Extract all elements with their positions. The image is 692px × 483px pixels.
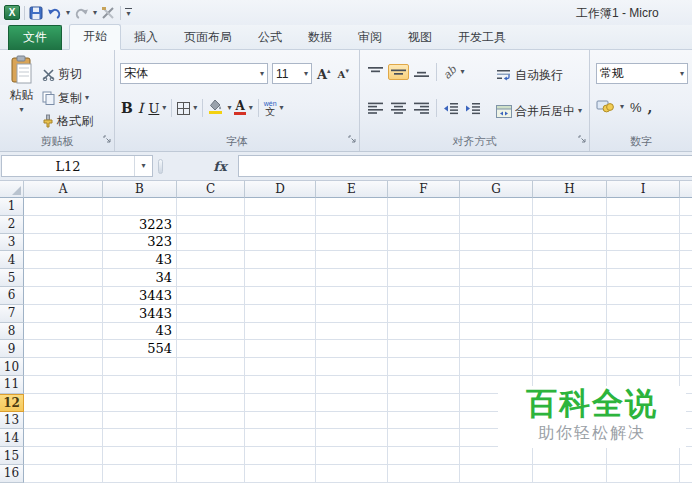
select-all-corner[interactable] [0, 181, 24, 198]
cell-H6[interactable] [533, 287, 607, 305]
cell-A11[interactable] [24, 376, 103, 394]
cell-I1[interactable] [607, 198, 680, 216]
cell-C13[interactable] [177, 412, 245, 430]
cell-B8[interactable]: 43 [103, 323, 177, 341]
cell-A9[interactable] [24, 340, 103, 358]
cell-E4[interactable] [316, 251, 388, 269]
cell-D16[interactable] [245, 465, 316, 483]
cut-button[interactable]: 剪切 [42, 64, 82, 84]
cell-F3[interactable] [388, 234, 460, 252]
row-header-14[interactable]: 14 [0, 429, 24, 447]
cell-G2[interactable] [460, 216, 533, 234]
cell-partial-8[interactable] [680, 323, 692, 341]
cell-E14[interactable] [316, 429, 388, 447]
cell-C3[interactable] [177, 234, 245, 252]
cell-C9[interactable] [177, 340, 245, 358]
cell-A4[interactable] [24, 251, 103, 269]
column-header-A[interactable]: A [24, 181, 103, 198]
cell-I16[interactable] [607, 465, 680, 483]
cell-C2[interactable] [177, 216, 245, 234]
cell-B7[interactable]: 3443 [103, 305, 177, 323]
row-header-15[interactable]: 15 [0, 447, 24, 465]
row-header-4[interactable]: 4 [0, 251, 24, 269]
font-color-icon[interactable]: A [234, 101, 245, 115]
cell-C1[interactable] [177, 198, 245, 216]
row-header-3[interactable]: 3 [0, 234, 24, 252]
qat-more-icon[interactable]: ▾ [125, 8, 132, 18]
orientation-icon[interactable]: ab [441, 64, 459, 81]
cell-G3[interactable] [460, 234, 533, 252]
wrap-text-button[interactable]: 自动换行 [496, 65, 563, 85]
column-header-partial[interactable] [680, 181, 692, 198]
cell-partial-15[interactable] [680, 447, 692, 465]
cell-A7[interactable] [24, 305, 103, 323]
cell-H15[interactable] [533, 447, 607, 465]
column-header-G[interactable]: G [460, 181, 533, 198]
cell-G16[interactable] [460, 465, 533, 483]
align-center-icon[interactable] [388, 100, 409, 116]
undo-dropdown-arrow[interactable]: ▾ [66, 9, 70, 17]
borders-dropdown-arrow[interactable]: ▾ [193, 104, 197, 112]
italic-button[interactable]: I [136, 100, 146, 116]
cell-I5[interactable] [607, 269, 680, 287]
merge-center-dropdown-arrow[interactable]: ▾ [578, 107, 582, 115]
fill-color-icon[interactable] [208, 99, 224, 117]
cell-I3[interactable] [607, 234, 680, 252]
cell-F14[interactable] [388, 429, 460, 447]
comma-style-icon[interactable]: , [648, 99, 653, 115]
increase-indent-icon[interactable] [463, 100, 483, 117]
cell-H8[interactable] [533, 323, 607, 341]
cell-F6[interactable] [388, 287, 460, 305]
merge-center-button[interactable]: 合并后居中 ▾ [496, 101, 582, 121]
cell-E3[interactable] [316, 234, 388, 252]
dialog-launcher-icon[interactable] [103, 130, 112, 148]
cell-E10[interactable] [316, 358, 388, 376]
align-right-icon[interactable] [411, 100, 432, 116]
name-box-dropdown-arrow[interactable]: ▾ [134, 156, 152, 176]
cell-C15[interactable] [177, 447, 245, 465]
underline-button[interactable]: U [148, 101, 159, 116]
decrease-indent-icon[interactable] [441, 100, 461, 117]
copy-dropdown-arrow[interactable]: ▾ [85, 94, 89, 102]
cell-partial-2[interactable] [680, 216, 692, 234]
cell-D4[interactable] [245, 251, 316, 269]
cell-C5[interactable] [177, 269, 245, 287]
cell-E5[interactable] [316, 269, 388, 287]
cell-B16[interactable] [103, 465, 177, 483]
cell-B1[interactable] [103, 198, 177, 216]
cell-D3[interactable] [245, 234, 316, 252]
cell-I6[interactable] [607, 287, 680, 305]
cell-I4[interactable] [607, 251, 680, 269]
row-header-13[interactable]: 13 [0, 412, 24, 430]
row-header-11[interactable]: 11 [0, 376, 24, 394]
font-name-select[interactable]: 宋体 ▾ [120, 63, 268, 84]
font-size-select[interactable]: 11 ▾ [272, 63, 312, 84]
copy-button[interactable]: 复制 ▾ [42, 88, 89, 108]
phonetic-dropdown-arrow[interactable]: ▾ [280, 104, 284, 112]
fill-color-dropdown-arrow[interactable]: ▾ [227, 104, 231, 112]
cell-G5[interactable] [460, 269, 533, 287]
cell-H5[interactable] [533, 269, 607, 287]
number-format-select[interactable]: 常规 ▾ [596, 63, 688, 84]
cell-D10[interactable] [245, 358, 316, 376]
cell-C11[interactable] [177, 376, 245, 394]
formula-bar-handle[interactable] [158, 159, 163, 174]
cell-E8[interactable] [316, 323, 388, 341]
cell-D6[interactable] [245, 287, 316, 305]
paste-dropdown-arrow[interactable]: ▾ [19, 106, 23, 114]
cell-B6[interactable]: 3443 [103, 287, 177, 305]
cell-F15[interactable] [388, 447, 460, 465]
tab-insert[interactable]: 插入 [121, 26, 171, 50]
cell-partial-5[interactable] [680, 269, 692, 287]
row-header-5[interactable]: 5 [0, 269, 24, 287]
column-header-I[interactable]: I [607, 181, 680, 198]
cell-B15[interactable] [103, 447, 177, 465]
cell-F5[interactable] [388, 269, 460, 287]
cell-C6[interactable] [177, 287, 245, 305]
column-header-B[interactable]: B [103, 181, 177, 198]
cell-A16[interactable] [24, 465, 103, 483]
dialog-launcher-icon[interactable] [578, 130, 587, 148]
row-header-9[interactable]: 9 [0, 340, 24, 358]
cell-G6[interactable] [460, 287, 533, 305]
cell-D2[interactable] [245, 216, 316, 234]
